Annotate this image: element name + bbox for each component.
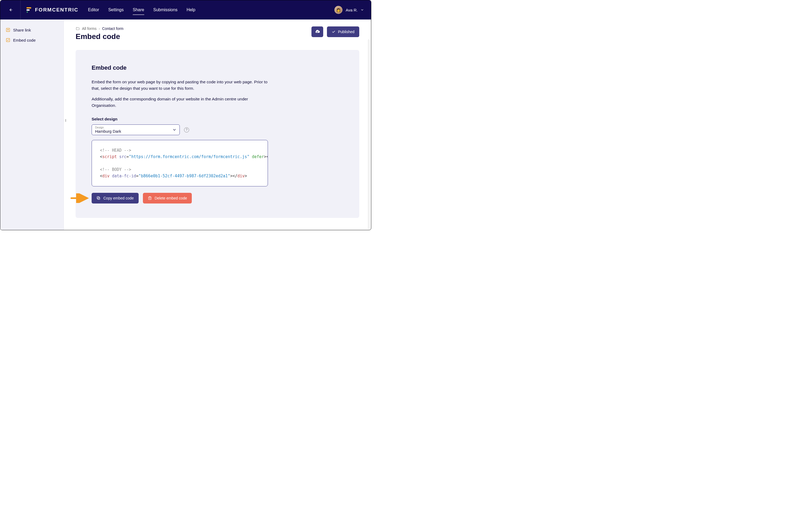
embed-card: Embed code Embed the form on your web pa…: [76, 50, 359, 218]
title-block: All forms › Contact form Embed code: [76, 27, 124, 41]
sidebar-item-share-link[interactable]: Share link: [4, 25, 60, 35]
design-selected-value: Hamburg Dark: [95, 129, 121, 134]
svg-rect-0: [27, 7, 31, 8]
embed-code-box[interactable]: <!-- HEAD --> <script src="https://form.…: [92, 140, 268, 186]
sidebar-item-label: Embed code: [13, 38, 36, 42]
arrow-left-icon: [8, 7, 13, 12]
folder-icon: [76, 27, 80, 31]
main-nav: Editor Settings Share Submissions Help: [88, 0, 195, 20]
share-up-icon: [6, 28, 10, 32]
avatar: 👩: [334, 6, 342, 14]
svg-rect-6: [97, 197, 99, 199]
page-title: Embed code: [76, 32, 124, 41]
svg-rect-1: [27, 9, 30, 11]
published-label: Published: [338, 30, 355, 34]
card-description-1: Embed the form on your web page by copyi…: [92, 79, 268, 92]
page-top-actions: Published: [311, 27, 360, 37]
select-design-label: Select design: [92, 117, 343, 121]
app-window: FORMCENTRIC Editor Settings Share Submis…: [0, 0, 371, 230]
delete-button-label: Delete embed code: [155, 196, 187, 200]
breadcrumb-current: Contact form: [102, 27, 124, 31]
code-body-comment: <!-- BODY -->: [100, 167, 131, 172]
published-button[interactable]: Published: [327, 27, 360, 37]
breadcrumb: All forms › Contact form: [76, 27, 124, 31]
cloud-check-icon: [314, 29, 320, 35]
embed-check-icon: [6, 38, 10, 42]
nav-item-submissions[interactable]: Submissions: [153, 6, 178, 14]
design-help-button[interactable]: ?: [184, 127, 189, 132]
top-header: FORMCENTRIC Editor Settings Share Submis…: [0, 0, 371, 20]
back-button[interactable]: [0, 0, 21, 20]
svg-point-2: [27, 11, 28, 13]
card-button-row: Copy embed code Delete embed code: [92, 193, 343, 203]
main-content: All forms › Contact form Embed code Publ…: [64, 20, 371, 230]
svg-rect-5: [98, 197, 100, 200]
card-description-2: Additionally, add the corresponding doma…: [92, 96, 268, 109]
delete-icon: [148, 196, 152, 200]
cloud-save-button[interactable]: [311, 27, 323, 37]
left-sidebar: Share link Embed code: [0, 20, 64, 230]
brand-name: FORMCENTRIC: [35, 7, 78, 13]
nav-item-share[interactable]: Share: [133, 6, 144, 14]
user-menu[interactable]: 👩 Ava R.: [334, 6, 364, 14]
body-area: Share link Embed code || All forms › Con…: [0, 20, 371, 230]
card-title: Embed code: [92, 64, 343, 71]
sidebar-item-embed-code[interactable]: Embed code: [4, 35, 60, 45]
header-left: FORMCENTRIC Editor Settings Share Submis…: [0, 0, 195, 20]
delete-embed-code-button[interactable]: Delete embed code: [143, 193, 192, 203]
breadcrumb-separator: ›: [99, 27, 100, 31]
code-head-comment: <!-- HEAD -->: [100, 148, 131, 153]
code-script-src: https://form.formcentric.com/form/formce…: [131, 155, 247, 159]
nav-item-settings[interactable]: Settings: [108, 6, 124, 14]
user-display-name: Ava R.: [346, 8, 358, 12]
nav-item-editor[interactable]: Editor: [88, 6, 99, 14]
page-header-row: All forms › Contact form Embed code Publ…: [76, 27, 359, 41]
vertical-scrollbar[interactable]: [367, 39, 370, 229]
design-floating-label: Design: [95, 126, 104, 129]
breadcrumb-root[interactable]: All forms: [82, 27, 96, 31]
copy-button-label: Copy embed code: [103, 196, 134, 200]
design-select[interactable]: Design Hamburg Dark: [92, 125, 180, 135]
check-icon: [332, 30, 336, 34]
select-design-row: Design Hamburg Dark ?: [92, 125, 343, 135]
copy-embed-code-button[interactable]: Copy embed code: [92, 193, 139, 203]
chevron-down-icon: [173, 128, 176, 132]
logo-icon: [27, 7, 32, 13]
annotation-arrow-icon: [70, 193, 89, 203]
chevron-down-icon: [361, 8, 364, 11]
nav-item-help[interactable]: Help: [187, 6, 195, 14]
code-fc-id: b866e0b1-52cf-4497-b987-6df2302ed2a1: [141, 174, 228, 178]
sidebar-item-label: Share link: [13, 28, 31, 32]
copy-icon: [96, 196, 101, 200]
brand-logo[interactable]: FORMCENTRIC: [21, 7, 88, 13]
